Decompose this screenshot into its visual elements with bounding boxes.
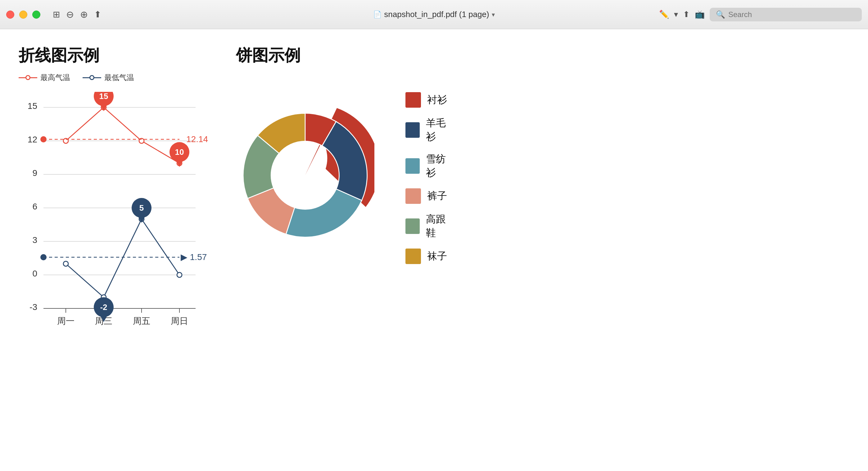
airplay-icon[interactable]: 📺 xyxy=(695,10,705,19)
fullscreen-button[interactable] xyxy=(32,10,40,19)
legend-item-socks: 袜子 xyxy=(405,248,453,264)
export-icon[interactable]: ⬆ xyxy=(683,10,690,19)
legend-item-heels: 高跟鞋 xyxy=(405,212,453,240)
pie-container: 衬衫 羊毛衫 雪纺衫 裤子 高跟鞋 xyxy=(236,85,453,271)
svg-point-48 xyxy=(40,254,46,260)
svg-text:▶ 1.57: ▶ 1.57 xyxy=(181,252,207,262)
window-title: 📄 snapshot_in_pdf.pdf (1 page) ▾ xyxy=(373,10,495,19)
legend-label-socks: 袜子 xyxy=(427,249,447,263)
main-content: 折线图示例 最高气温 最低气温 15 12 9 xyxy=(0,29,868,471)
legend-low-temp: 最低气温 xyxy=(83,73,134,82)
legend-high-label: 最高气温 xyxy=(40,73,70,82)
legend-label-heels: 高跟鞋 xyxy=(426,212,453,240)
legend-color-socks xyxy=(405,248,421,264)
search-input[interactable] xyxy=(728,10,856,19)
pie-legend: 衬衫 羊毛衫 雪纺衫 裤子 高跟鞋 xyxy=(405,92,453,264)
legend-high-dot xyxy=(26,75,30,80)
legend-high-temp: 最高气温 xyxy=(19,73,70,82)
search-icon: 🔍 xyxy=(716,10,725,19)
line-chart-legend: 最高气温 最低气温 xyxy=(19,73,211,82)
svg-text:-2: -2 xyxy=(100,303,107,312)
legend-label-chiffon: 雪纺衫 xyxy=(426,153,453,180)
svg-text:6: 6 xyxy=(32,202,37,211)
svg-point-47 xyxy=(40,136,46,142)
legend-item-pants: 裤子 xyxy=(405,188,453,204)
pie-chart-section: 饼图示例 xyxy=(236,45,453,271)
chevron-down-icon[interactable]: ▾ xyxy=(674,10,678,19)
svg-text:12: 12 xyxy=(28,135,37,144)
legend-item-sweater: 羊毛衫 xyxy=(405,116,453,144)
svg-text:5: 5 xyxy=(140,203,144,212)
legend-color-shirt xyxy=(405,92,421,108)
line-chart-area: 15 12 9 6 3 0 -3 xyxy=(19,92,211,334)
window-title-text: snapshot_in_pdf.pdf (1 page) xyxy=(384,10,489,19)
traffic-lights xyxy=(6,10,40,19)
svg-text:9: 9 xyxy=(32,168,37,178)
line-chart-section: 折线图示例 最高气温 最低气温 15 12 9 xyxy=(19,45,211,334)
zoom-in-icon[interactable]: ⊕ xyxy=(80,9,88,20)
legend-label-shirt: 衬衫 xyxy=(427,93,447,107)
minimize-button[interactable] xyxy=(19,10,27,19)
donut-segment xyxy=(286,189,362,237)
svg-text:0: 0 xyxy=(32,269,37,278)
pie-chart-svg xyxy=(236,85,374,271)
pdf-icon: 📄 xyxy=(373,10,381,19)
toolbar-left: ⊞ ⊖ ⊕ ⬆ xyxy=(53,9,101,20)
search-box[interactable]: 🔍 xyxy=(710,8,862,22)
close-button[interactable] xyxy=(6,10,14,19)
legend-label-sweater: 羊毛衫 xyxy=(426,116,453,144)
legend-low-dot xyxy=(89,75,94,80)
sidebar-toggle-icon[interactable]: ⊞ xyxy=(53,9,60,20)
legend-item-chiffon: 雪纺衫 xyxy=(405,153,453,180)
svg-text:10: 10 xyxy=(175,147,184,157)
svg-text:周五: 周五 xyxy=(133,316,150,326)
svg-text:周一: 周一 xyxy=(57,316,74,326)
line-chart-title: 折线图示例 xyxy=(19,45,211,66)
svg-text:15: 15 xyxy=(99,92,108,101)
svg-text:周日: 周日 xyxy=(171,316,188,326)
line-chart-svg: 15 12 9 6 3 0 -3 xyxy=(19,92,211,334)
svg-point-35 xyxy=(63,261,68,266)
svg-text:12.14: 12.14 xyxy=(186,134,208,144)
svg-text:3: 3 xyxy=(32,235,37,245)
legend-color-pants xyxy=(405,188,421,204)
chevron-down-icon: ▾ xyxy=(492,11,495,18)
share-icon[interactable]: ⬆ xyxy=(94,9,101,20)
zoom-out-icon[interactable]: ⊖ xyxy=(66,9,74,20)
legend-label-pants: 裤子 xyxy=(427,189,447,203)
legend-low-label: 最低气温 xyxy=(104,73,134,82)
legend-low-line xyxy=(83,77,101,78)
legend-color-heels xyxy=(405,218,420,234)
title-bar: ⊞ ⊖ ⊕ ⬆ 📄 snapshot_in_pdf.pdf (1 page) ▾… xyxy=(0,0,868,29)
pie-chart-title: 饼图示例 xyxy=(236,45,453,66)
legend-high-line xyxy=(19,77,37,78)
svg-point-38 xyxy=(177,272,182,277)
legend-color-sweater xyxy=(405,122,420,138)
legend-color-chiffon xyxy=(405,158,420,174)
pen-icon[interactable]: ✏️ xyxy=(659,10,669,19)
svg-text:-3: -3 xyxy=(30,302,37,312)
svg-text:15: 15 xyxy=(28,101,37,111)
toolbar-right: ✏️ ▾ ⬆ 📺 🔍 xyxy=(659,8,862,22)
legend-item-shirt: 衬衫 xyxy=(405,92,453,108)
